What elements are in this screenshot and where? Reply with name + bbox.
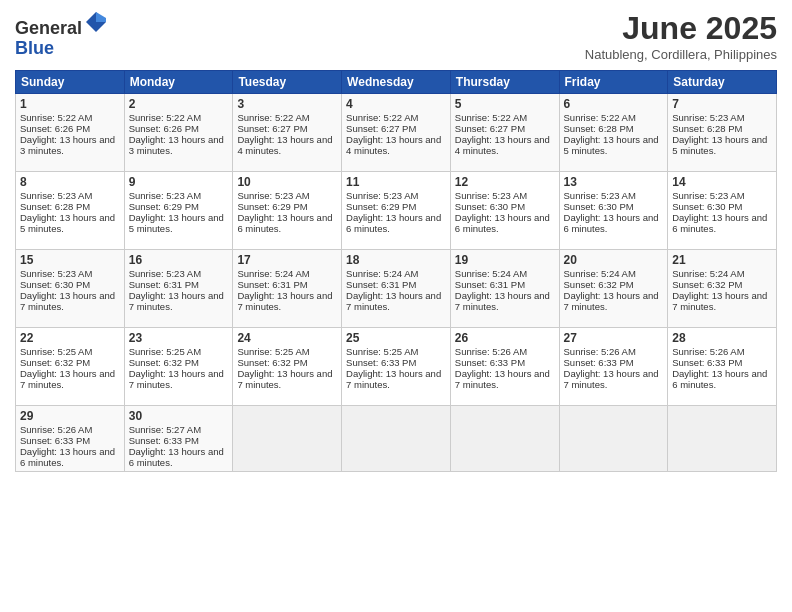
daylight-label: Daylight: 13 hours and 4 minutes. [346, 134, 441, 156]
table-row: 4 Sunrise: 5:22 AM Sunset: 6:27 PM Dayli… [342, 94, 451, 172]
logo-blue: Blue [15, 38, 54, 58]
col-saturday: Saturday [668, 71, 777, 94]
sunset-label: Sunset: 6:26 PM [129, 123, 199, 134]
table-row: 5 Sunrise: 5:22 AM Sunset: 6:27 PM Dayli… [450, 94, 559, 172]
day-number: 26 [455, 331, 555, 345]
calendar: Sunday Monday Tuesday Wednesday Thursday… [15, 70, 777, 472]
day-number: 21 [672, 253, 772, 267]
daylight-label: Daylight: 13 hours and 6 minutes. [564, 212, 659, 234]
sunset-label: Sunset: 6:30 PM [455, 201, 525, 212]
table-row: 8 Sunrise: 5:23 AM Sunset: 6:28 PM Dayli… [16, 172, 125, 250]
sunset-label: Sunset: 6:30 PM [672, 201, 742, 212]
table-row: 24 Sunrise: 5:25 AM Sunset: 6:32 PM Dayl… [233, 328, 342, 406]
day-number: 24 [237, 331, 337, 345]
day-number: 20 [564, 253, 664, 267]
sunrise-label: Sunrise: 5:25 AM [20, 346, 92, 357]
sunrise-label: Sunrise: 5:26 AM [455, 346, 527, 357]
sunset-label: Sunset: 6:33 PM [20, 435, 90, 446]
sunrise-label: Sunrise: 5:24 AM [346, 268, 418, 279]
table-row [668, 406, 777, 472]
sunrise-label: Sunrise: 5:23 AM [564, 190, 636, 201]
daylight-label: Daylight: 13 hours and 7 minutes. [237, 368, 332, 390]
table-row: 3 Sunrise: 5:22 AM Sunset: 6:27 PM Dayli… [233, 94, 342, 172]
table-row: 13 Sunrise: 5:23 AM Sunset: 6:30 PM Dayl… [559, 172, 668, 250]
table-row: 28 Sunrise: 5:26 AM Sunset: 6:33 PM Dayl… [668, 328, 777, 406]
day-number: 7 [672, 97, 772, 111]
table-row: 10 Sunrise: 5:23 AM Sunset: 6:29 PM Dayl… [233, 172, 342, 250]
col-thursday: Thursday [450, 71, 559, 94]
sunrise-label: Sunrise: 5:22 AM [564, 112, 636, 123]
daylight-label: Daylight: 13 hours and 6 minutes. [672, 368, 767, 390]
sunset-label: Sunset: 6:30 PM [564, 201, 634, 212]
table-row: 6 Sunrise: 5:22 AM Sunset: 6:28 PM Dayli… [559, 94, 668, 172]
col-sunday: Sunday [16, 71, 125, 94]
sunrise-label: Sunrise: 5:22 AM [237, 112, 309, 123]
day-number: 12 [455, 175, 555, 189]
table-row: 16 Sunrise: 5:23 AM Sunset: 6:31 PM Dayl… [124, 250, 233, 328]
sunset-label: Sunset: 6:27 PM [237, 123, 307, 134]
day-number: 8 [20, 175, 120, 189]
table-row: 2 Sunrise: 5:22 AM Sunset: 6:26 PM Dayli… [124, 94, 233, 172]
table-row: 15 Sunrise: 5:23 AM Sunset: 6:30 PM Dayl… [16, 250, 125, 328]
svg-marker-1 [96, 12, 106, 22]
day-number: 28 [672, 331, 772, 345]
sunset-label: Sunset: 6:31 PM [346, 279, 416, 290]
daylight-label: Daylight: 13 hours and 3 minutes. [20, 134, 115, 156]
sunrise-label: Sunrise: 5:23 AM [672, 112, 744, 123]
sunset-label: Sunset: 6:31 PM [455, 279, 525, 290]
header-row: Sunday Monday Tuesday Wednesday Thursday… [16, 71, 777, 94]
table-row: 19 Sunrise: 5:24 AM Sunset: 6:31 PM Dayl… [450, 250, 559, 328]
page: General Blue June 2025 Natubleng, Cordil… [0, 0, 792, 612]
col-friday: Friday [559, 71, 668, 94]
day-number: 23 [129, 331, 229, 345]
daylight-label: Daylight: 13 hours and 6 minutes. [237, 212, 332, 234]
daylight-label: Daylight: 13 hours and 7 minutes. [672, 290, 767, 312]
daylight-label: Daylight: 13 hours and 4 minutes. [455, 134, 550, 156]
daylight-label: Daylight: 13 hours and 7 minutes. [20, 290, 115, 312]
sunset-label: Sunset: 6:33 PM [564, 357, 634, 368]
sunrise-label: Sunrise: 5:23 AM [20, 268, 92, 279]
sunset-label: Sunset: 6:28 PM [672, 123, 742, 134]
daylight-label: Daylight: 13 hours and 7 minutes. [455, 290, 550, 312]
sunrise-label: Sunrise: 5:27 AM [129, 424, 201, 435]
day-number: 4 [346, 97, 446, 111]
daylight-label: Daylight: 13 hours and 7 minutes. [564, 368, 659, 390]
daylight-label: Daylight: 13 hours and 7 minutes. [346, 290, 441, 312]
sunset-label: Sunset: 6:31 PM [237, 279, 307, 290]
logo-text: General [15, 10, 108, 39]
day-number: 13 [564, 175, 664, 189]
sunset-label: Sunset: 6:29 PM [346, 201, 416, 212]
sunrise-label: Sunrise: 5:23 AM [672, 190, 744, 201]
sunrise-label: Sunrise: 5:24 AM [455, 268, 527, 279]
day-number: 27 [564, 331, 664, 345]
sunrise-label: Sunrise: 5:25 AM [237, 346, 309, 357]
daylight-label: Daylight: 13 hours and 5 minutes. [129, 212, 224, 234]
sunrise-label: Sunrise: 5:22 AM [20, 112, 92, 123]
day-number: 15 [20, 253, 120, 267]
sunset-label: Sunset: 6:32 PM [564, 279, 634, 290]
col-wednesday: Wednesday [342, 71, 451, 94]
table-row: 23 Sunrise: 5:25 AM Sunset: 6:32 PM Dayl… [124, 328, 233, 406]
day-number: 22 [20, 331, 120, 345]
day-number: 14 [672, 175, 772, 189]
sunset-label: Sunset: 6:27 PM [455, 123, 525, 134]
sunset-label: Sunset: 6:31 PM [129, 279, 199, 290]
daylight-label: Daylight: 13 hours and 7 minutes. [20, 368, 115, 390]
day-number: 9 [129, 175, 229, 189]
day-number: 11 [346, 175, 446, 189]
table-row: 11 Sunrise: 5:23 AM Sunset: 6:29 PM Dayl… [342, 172, 451, 250]
sunset-label: Sunset: 6:32 PM [20, 357, 90, 368]
sunrise-label: Sunrise: 5:24 AM [672, 268, 744, 279]
day-number: 1 [20, 97, 120, 111]
sunset-label: Sunset: 6:29 PM [129, 201, 199, 212]
sunrise-label: Sunrise: 5:24 AM [237, 268, 309, 279]
day-number: 3 [237, 97, 337, 111]
sunset-label: Sunset: 6:27 PM [346, 123, 416, 134]
sunrise-label: Sunrise: 5:26 AM [20, 424, 92, 435]
day-number: 19 [455, 253, 555, 267]
sunrise-label: Sunrise: 5:22 AM [346, 112, 418, 123]
sunrise-label: Sunrise: 5:26 AM [564, 346, 636, 357]
day-number: 5 [455, 97, 555, 111]
sunset-label: Sunset: 6:29 PM [237, 201, 307, 212]
logo-general: General [15, 18, 82, 38]
